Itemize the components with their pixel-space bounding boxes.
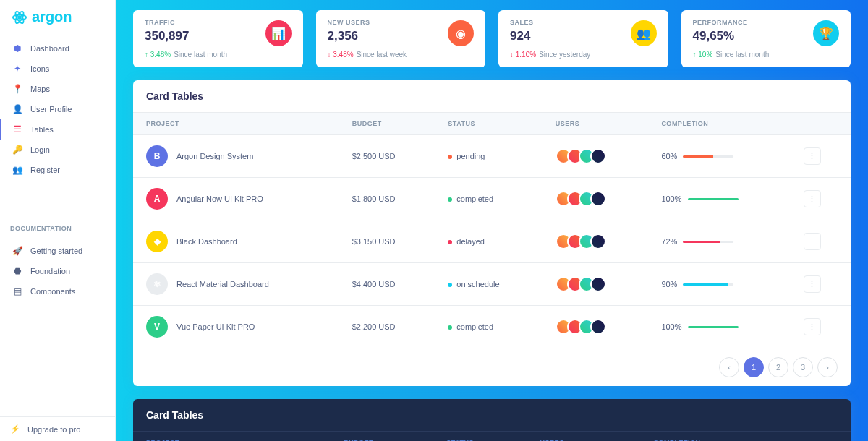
progress-bar [683,241,733,243]
stat-card-traffic: TRAFFIC350,897↑ 3.48%Since last month📊 [133,10,303,67]
stat-since: Since yesterday [539,51,590,59]
nav-icon: 🔑 [12,144,23,155]
project-name: React Material Dashboard [176,280,269,288]
nav-label: Login [30,145,50,154]
stat-footer: ↓ 1.10%Since yesterday [510,51,657,59]
status-dot-icon [448,283,452,287]
sidebar-item-tables[interactable]: ☰Tables [0,119,115,140]
projects-table: PROJECT BUDGET STATUS USERS COMPLETION B… [133,113,851,348]
docs-header: DOCUMENTATION [0,215,115,236]
sidebar-item-user-profile[interactable]: 👤User Profile [0,99,115,119]
th-status: STATUS [435,113,542,135]
svg-point-0 [18,16,21,19]
page-button[interactable]: 2 [768,357,788,377]
doc-label: Components [30,287,75,296]
th-status: STATUS [433,432,527,441]
row-actions-button[interactable]: ⋮ [804,190,821,207]
stat-card-new users: NEW USERS2,356↓ 3.48%Since last week◉ [316,10,486,67]
progress-bar [683,155,733,158]
sidebar-item-maps[interactable]: 📍Maps [0,79,115,99]
stat-icon: ◉ [448,20,474,46]
nav-label: Maps [30,85,50,93]
sidebar-item-register[interactable]: 👥Register [0,160,115,180]
page-button[interactable]: ‹ [719,357,739,377]
completion-pct: 90% [661,280,677,288]
completion-pct: 100% [661,194,681,203]
avatar[interactable] [590,276,606,292]
stat-card-sales: SALES924↓ 1.10%Since yesterday👥 [498,10,668,67]
stat-footer: ↓ 3.48%Since last week [328,51,475,59]
status-dot-icon [448,240,452,244]
completion-cell: 100% [661,194,778,203]
row-actions-button[interactable]: ⋮ [804,233,821,250]
stat-since: Since last week [357,51,407,59]
row-actions-button[interactable]: ⋮ [804,147,821,165]
status-cell: on schedule [435,263,542,306]
arrow-down-icon: ↓ 3.48% [328,51,354,59]
stat-since: Since last month [715,51,769,59]
table-row: ⚛React Material Dashboard$4,400 USDon sc… [133,263,851,306]
avatar[interactable] [590,191,606,207]
avatar-group [556,148,636,164]
completion-cell: 100% [661,322,778,331]
th-users: USERS [542,113,649,135]
sidebar-item-dashboard[interactable]: ⬢Dashboard [0,38,115,59]
status-cell: completed [435,306,542,348]
project-icon: V [146,316,168,338]
card-tables-light: Card Tables PROJECT BUDGET STATUS USERS … [133,80,851,386]
bolt-icon: ⚡ [10,424,20,434]
project-name: Argon Design System [176,152,253,160]
stat-icon: 🏆 [813,20,839,46]
page-button[interactable]: 1 [744,357,764,377]
card-title-dark: Card Tables [133,399,851,432]
docs-item-foundation[interactable]: ⬣Foundation [0,261,115,281]
th-budget: BUDGET [331,432,433,441]
budget-cell: $4,400 USD [339,263,435,306]
th-budget: BUDGET [339,113,435,135]
arrow-down-icon: ↓ 1.10% [510,51,536,59]
table-row: BArgon Design System$2,500 USDpending60%… [133,135,851,178]
project-name: Vue Paper UI Kit PRO [176,322,255,331]
stats-row: TRAFFIC350,897↑ 3.48%Since last month📊NE… [133,10,851,67]
row-actions-button[interactable]: ⋮ [804,275,821,293]
status-cell: pending [435,135,542,178]
progress-bar [688,198,739,200]
progress-bar [683,283,733,286]
card-tables-dark: Card Tables PROJECT BUDGET STATUS USERS … [133,399,851,441]
stat-icon: 👥 [631,20,657,46]
th-completion: COMPLETION [641,432,787,441]
project-cell: VVue Paper UI Kit PRO [146,316,326,338]
nav-list: ⬢Dashboard✦Icons📍Maps👤User Profile☰Table… [0,38,115,215]
completion-cell: 90% [661,280,778,288]
completion-pct: 100% [661,322,681,331]
sidebar: argon ⬢Dashboard✦Icons📍Maps👤User Profile… [0,0,116,441]
doc-icon: ⬣ [12,265,23,277]
upgrade-link[interactable]: ⚡Upgrade to pro [0,416,115,441]
nav-icon: ✦ [12,63,23,74]
th-completion: COMPLETION [648,113,791,135]
doc-label: Foundation [30,267,70,275]
page-button[interactable]: 3 [793,357,813,377]
status-dot-icon [448,325,452,330]
completion-pct: 60% [661,152,677,160]
docs-item-components[interactable]: ▤Components [0,281,115,301]
project-icon: A [146,188,168,210]
avatar[interactable] [590,148,606,164]
card-title: Card Tables [133,80,851,113]
sidebar-item-login[interactable]: 🔑Login [0,140,115,160]
docs-item-getting-started[interactable]: 🚀Getting started [0,241,115,261]
nav-icon: 📍 [12,83,23,95]
doc-icon: ▤ [12,286,23,297]
sidebar-item-icons[interactable]: ✦Icons [0,59,115,79]
table-row: VVue Paper UI Kit PRO$2,200 USDcompleted… [133,306,851,348]
arrow-up-icon: ↑ 10% [693,51,713,59]
row-actions-button[interactable]: ⋮ [804,318,821,335]
table-row: ◆Black Dashboard$3,150 USDdelayed72%⋮ [133,220,851,263]
brand-logo[interactable]: argon [0,0,115,34]
page-button[interactable]: › [817,357,838,377]
avatar[interactable] [590,319,606,335]
avatar[interactable] [590,234,606,249]
budget-cell: $2,200 USD [339,306,435,348]
arrow-up-icon: ↑ 3.48% [145,51,171,59]
completion-pct: 72% [661,237,677,246]
